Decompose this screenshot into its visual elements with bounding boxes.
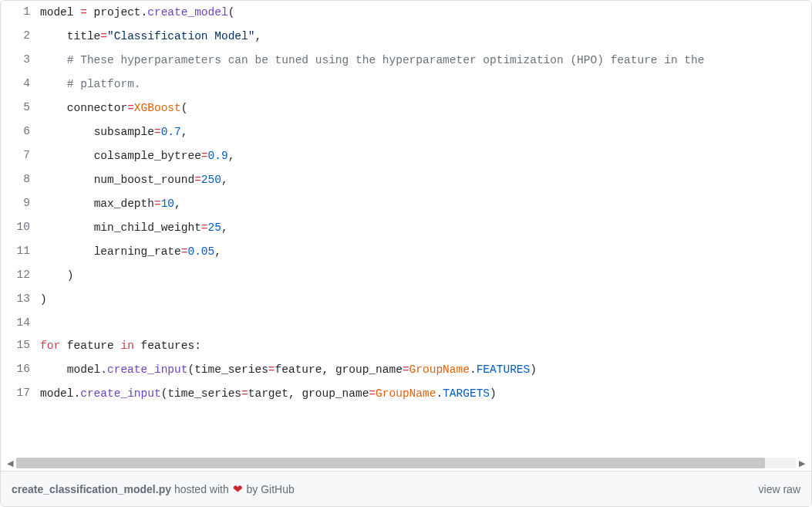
- view-raw-link[interactable]: view raw: [759, 483, 800, 495]
- code-content[interactable]: colsample_bytree=0.9,: [39, 144, 811, 168]
- code-line: 14: [1, 312, 811, 334]
- line-number[interactable]: 6: [1, 120, 39, 144]
- code-content[interactable]: max_depth=10,: [39, 192, 811, 216]
- code-area: 1model = project.create_model(2 title="C…: [1, 1, 811, 471]
- code-line: 15for feature in features:: [1, 334, 811, 358]
- code-line: 13): [1, 288, 811, 312]
- line-number[interactable]: 15: [1, 334, 39, 358]
- code-line: 4 # platform.: [1, 73, 811, 96]
- heart-icon: ❤: [232, 482, 244, 495]
- code-line: 8 num_boost_round=250,: [1, 168, 811, 192]
- github-link[interactable]: GitHub: [261, 483, 295, 495]
- code-line: 6 subsample=0.7,: [1, 120, 811, 144]
- filename-link[interactable]: create_classification_model.py: [12, 483, 171, 495]
- code-line: 2 title="Classification Model",: [1, 25, 811, 49]
- code-line: 5 connector=XGBoost(: [1, 96, 811, 120]
- code-content[interactable]: for feature in features:: [39, 334, 811, 358]
- code-content[interactable]: title="Classification Model",: [39, 25, 811, 49]
- line-number[interactable]: 16: [1, 358, 39, 382]
- line-number[interactable]: 10: [1, 216, 39, 240]
- code-line: 11 learning_rate=0.05,: [1, 240, 811, 264]
- line-number[interactable]: 12: [1, 264, 39, 288]
- code-line: 17model.create_input(time_series=target,…: [1, 382, 811, 406]
- line-number[interactable]: 7: [1, 144, 39, 168]
- scroll-left-arrow-icon[interactable]: ◀: [4, 457, 16, 469]
- line-number[interactable]: 8: [1, 168, 39, 192]
- code-line: 10 min_child_weight=25,: [1, 216, 811, 240]
- code-content[interactable]: subsample=0.7,: [39, 120, 811, 144]
- code-line: 7 colsample_bytree=0.9,: [1, 144, 811, 168]
- code-scroll-container[interactable]: 1model = project.create_model(2 title="C…: [1, 1, 811, 455]
- code-content[interactable]: # These hyperparameters can be tuned usi…: [39, 49, 811, 73]
- code-table: 1model = project.create_model(2 title="C…: [1, 1, 811, 406]
- gist-container: 1model = project.create_model(2 title="C…: [0, 0, 812, 507]
- line-number[interactable]: 3: [1, 49, 39, 73]
- scrollbar-thumb[interactable]: [16, 458, 765, 468]
- meta-left: create_classification_model.py hosted wi…: [12, 482, 295, 496]
- meta-by: by: [244, 483, 261, 495]
- code-content[interactable]: ): [39, 264, 811, 288]
- code-content[interactable]: learning_rate=0.05,: [39, 240, 811, 264]
- line-number[interactable]: 14: [1, 312, 39, 334]
- scroll-right-arrow-icon[interactable]: ▶: [796, 457, 808, 469]
- code-line: 9 max_depth=10,: [1, 192, 811, 216]
- horizontal-scrollbar[interactable]: ◀ ▶: [1, 455, 811, 471]
- code-content[interactable]: model = project.create_model(: [39, 1, 811, 25]
- line-number[interactable]: 5: [1, 96, 39, 120]
- line-number[interactable]: 4: [1, 73, 39, 96]
- line-number[interactable]: 2: [1, 25, 39, 49]
- code-line: 16 model.create_input(time_series=featur…: [1, 358, 811, 382]
- code-content[interactable]: connector=XGBoost(: [39, 96, 811, 120]
- code-content[interactable]: ): [39, 288, 811, 312]
- scrollbar-track[interactable]: [16, 458, 796, 468]
- code-content[interactable]: model.create_input(time_series=feature, …: [39, 358, 811, 382]
- code-line: 12 ): [1, 264, 811, 288]
- gist-meta: create_classification_model.py hosted wi…: [1, 471, 811, 506]
- code-content[interactable]: num_boost_round=250,: [39, 168, 811, 192]
- code-content[interactable]: min_child_weight=25,: [39, 216, 811, 240]
- meta-hosted-with: hosted with: [171, 483, 232, 495]
- code-content[interactable]: [39, 312, 811, 334]
- code-content[interactable]: # platform.: [39, 73, 811, 96]
- line-number[interactable]: 1: [1, 1, 39, 25]
- code-content[interactable]: model.create_input(time_series=target, g…: [39, 382, 811, 406]
- line-number[interactable]: 13: [1, 288, 39, 312]
- line-number[interactable]: 17: [1, 382, 39, 406]
- code-line: 3 # These hyperparameters can be tuned u…: [1, 49, 811, 73]
- line-number[interactable]: 9: [1, 192, 39, 216]
- code-line: 1model = project.create_model(: [1, 1, 811, 25]
- line-number[interactable]: 11: [1, 240, 39, 264]
